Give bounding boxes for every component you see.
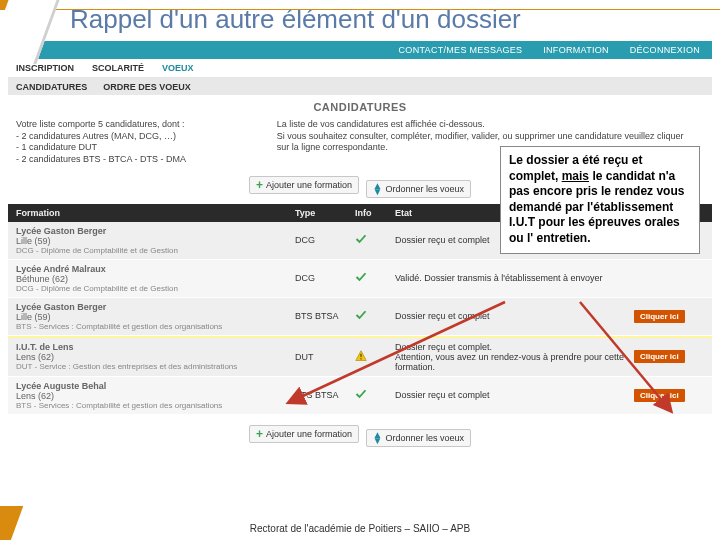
check-icon: [355, 271, 369, 285]
cell-etat: Dossier reçu et complet. Attention, vous…: [395, 342, 634, 372]
slide-title: Rappel d'un autre élément d'un dossier: [0, 0, 720, 41]
cell-type: DCG: [295, 235, 355, 245]
cell-type: BTS BTSA: [295, 311, 355, 321]
add-formation-button-2[interactable]: + Ajouter une formation: [249, 425, 359, 443]
check-icon: [355, 309, 369, 323]
tab-ordre-voeux[interactable]: ORDRE DES VOEUX: [103, 82, 191, 92]
decor-slash: [0, 0, 70, 40]
plus-icon: +: [256, 428, 263, 440]
nav-information[interactable]: INFORMATION: [543, 45, 609, 55]
svg-rect-0: [360, 354, 361, 357]
cell-info: [355, 271, 395, 285]
cell-info: [355, 388, 395, 402]
cell-action: Cliquer ici: [634, 310, 704, 323]
cell-type: DCG: [295, 273, 355, 283]
th-info: Info: [355, 208, 395, 218]
updown-icon: ▲▼: [373, 183, 383, 195]
cell-formation: I.U.T. de LensLens (62)DUT - Service : G…: [16, 342, 295, 371]
th-formation: Formation: [16, 208, 295, 218]
svg-rect-1: [360, 358, 361, 359]
table-row[interactable]: I.U.T. de LensLens (62)DUT - Service : G…: [8, 338, 712, 377]
cell-etat: Validé. Dossier transmis à l'établisseme…: [395, 273, 634, 283]
tab-scolarite[interactable]: SCOLARITÉ: [92, 63, 144, 77]
actions-bottom: + Ajouter une formation ▲▼ Ordonner les …: [8, 415, 712, 453]
add-formation-label: Ajouter une formation: [266, 180, 352, 190]
section-title: CANDIDATURES: [8, 95, 712, 117]
check-icon: [355, 233, 369, 247]
decor-bottom: [0, 514, 30, 540]
cell-formation: Lycée André MalrauxBéthune (62)DCG - Dip…: [16, 264, 295, 293]
cell-info: [355, 233, 395, 247]
cell-formation: Lycée Auguste BehalLens (62)BTS - Servic…: [16, 381, 295, 410]
footer-text: Rectorat de l'académie de Poitiers – SAI…: [0, 523, 720, 534]
cell-formation: Lycée Gaston BergerLille (59)DCG - Diplô…: [16, 226, 295, 255]
tab-candidatures[interactable]: CANDIDATURES: [16, 82, 87, 92]
decor-line: [0, 9, 720, 10]
warning-icon: [355, 350, 369, 364]
table-row[interactable]: Lycée André MalrauxBéthune (62)DCG - Dip…: [8, 260, 712, 298]
cell-etat: Dossier reçu et complet: [395, 390, 634, 400]
cell-formation: Lycée Gaston BergerLille (59)BTS - Servi…: [16, 302, 295, 331]
nav-deconnexion[interactable]: DÉCONNEXION: [630, 45, 700, 55]
top-nav: CONTACT/MES MESSAGES INFORMATION DÉCONNE…: [8, 41, 712, 59]
callout-u: mais: [562, 169, 589, 183]
order-voeux-button[interactable]: ▲▼ Ordonner les voeux: [366, 180, 471, 198]
order-voeux-button-2[interactable]: ▲▼ Ordonner les voeux: [366, 429, 471, 447]
cell-action: Cliquer ici: [634, 389, 704, 402]
cell-etat: Dossier reçu et complet: [395, 311, 634, 321]
add-formation-label-2: Ajouter une formation: [266, 429, 352, 439]
updown-icon: ▲▼: [373, 432, 383, 444]
cell-action: Cliquer ici: [634, 350, 704, 363]
nav-contact[interactable]: CONTACT/MES MESSAGES: [399, 45, 523, 55]
cell-info: [355, 350, 395, 364]
tabs-secondary: CANDIDATURES ORDRE DES VOEUX: [8, 79, 712, 95]
cell-type: DUT: [295, 352, 355, 362]
callout-box: Le dossier a été reçu et complet, mais l…: [500, 146, 700, 254]
th-type: Type: [295, 208, 355, 218]
cell-info: [355, 309, 395, 323]
tabs-primary: INSCRIPTION SCOLARITÉ VOEUX: [8, 59, 712, 79]
order-voeux-label: Ordonner les voeux: [385, 184, 464, 194]
table-row[interactable]: Lycée Auguste BehalLens (62)BTS - Servic…: [8, 377, 712, 415]
order-voeux-label-2: Ordonner les voeux: [385, 433, 464, 443]
intro-col1: Votre liste comporte 5 candidatures, don…: [16, 119, 257, 166]
add-formation-button[interactable]: + Ajouter une formation: [249, 176, 359, 194]
cliquer-ici-button[interactable]: Cliquer ici: [634, 310, 685, 323]
plus-icon: +: [256, 179, 263, 191]
table-row[interactable]: Lycée Gaston BergerLille (59)BTS - Servi…: [8, 298, 712, 336]
cliquer-ici-button[interactable]: Cliquer ici: [634, 389, 685, 402]
check-icon: [355, 388, 369, 402]
tab-inscription[interactable]: INSCRIPTION: [16, 63, 74, 77]
tab-voeux[interactable]: VOEUX: [162, 63, 194, 77]
cell-type: BTS BTSA: [295, 390, 355, 400]
cliquer-ici-button[interactable]: Cliquer ici: [634, 350, 685, 363]
